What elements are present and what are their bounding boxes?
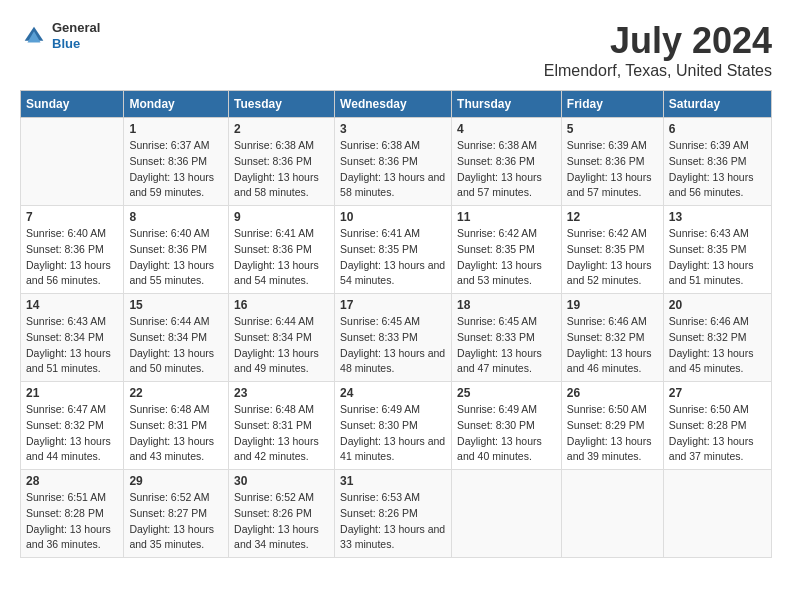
calendar-cell [452,470,562,558]
day-info-line: Sunset: 8:36 PM [669,154,766,170]
day-info: Sunrise: 6:46 AMSunset: 8:32 PMDaylight:… [669,314,766,377]
day-number: 1 [129,122,223,136]
day-info: Sunrise: 6:38 AMSunset: 8:36 PMDaylight:… [234,138,329,201]
day-info-line: Sunset: 8:36 PM [340,154,446,170]
calendar-cell: 1Sunrise: 6:37 AMSunset: 8:36 PMDaylight… [124,118,229,206]
week-row-1: 1Sunrise: 6:37 AMSunset: 8:36 PMDaylight… [21,118,772,206]
calendar-cell: 28Sunrise: 6:51 AMSunset: 8:28 PMDayligh… [21,470,124,558]
day-info-line: Sunrise: 6:43 AM [669,226,766,242]
day-info-line: Sunset: 8:35 PM [457,242,556,258]
day-number: 31 [340,474,446,488]
day-info-line: Sunrise: 6:44 AM [234,314,329,330]
calendar-cell: 16Sunrise: 6:44 AMSunset: 8:34 PMDayligh… [229,294,335,382]
day-info-line: Sunset: 8:36 PM [234,242,329,258]
day-info: Sunrise: 6:48 AMSunset: 8:31 PMDaylight:… [234,402,329,465]
day-info-line: Daylight: 13 hours and 56 minutes. [26,258,118,290]
day-info-line: Daylight: 13 hours and 42 minutes. [234,434,329,466]
day-number: 26 [567,386,658,400]
calendar-cell [561,470,663,558]
day-info-line: Daylight: 13 hours and 34 minutes. [234,522,329,554]
day-info-line: Sunset: 8:32 PM [26,418,118,434]
day-info-line: Sunrise: 6:40 AM [129,226,223,242]
day-info-line: Sunset: 8:26 PM [234,506,329,522]
day-info-line: Daylight: 13 hours and 43 minutes. [129,434,223,466]
day-number: 9 [234,210,329,224]
day-number: 8 [129,210,223,224]
day-number: 12 [567,210,658,224]
day-info-line: Sunrise: 6:50 AM [567,402,658,418]
day-info-line: Sunset: 8:26 PM [340,506,446,522]
day-info: Sunrise: 6:43 AMSunset: 8:34 PMDaylight:… [26,314,118,377]
day-info-line: Sunrise: 6:46 AM [567,314,658,330]
day-number: 11 [457,210,556,224]
calendar-cell: 24Sunrise: 6:49 AMSunset: 8:30 PMDayligh… [335,382,452,470]
day-info-line: Sunset: 8:36 PM [26,242,118,258]
day-info-line: Sunset: 8:35 PM [567,242,658,258]
day-info-line: Sunrise: 6:50 AM [669,402,766,418]
day-info-line: Sunrise: 6:47 AM [26,402,118,418]
calendar-cell: 15Sunrise: 6:44 AMSunset: 8:34 PMDayligh… [124,294,229,382]
day-info: Sunrise: 6:38 AMSunset: 8:36 PMDaylight:… [340,138,446,201]
day-info: Sunrise: 6:46 AMSunset: 8:32 PMDaylight:… [567,314,658,377]
day-info: Sunrise: 6:53 AMSunset: 8:26 PMDaylight:… [340,490,446,553]
page-subtitle: Elmendorf, Texas, United States [544,62,772,80]
day-info: Sunrise: 6:51 AMSunset: 8:28 PMDaylight:… [26,490,118,553]
day-number: 14 [26,298,118,312]
calendar-cell: 31Sunrise: 6:53 AMSunset: 8:26 PMDayligh… [335,470,452,558]
day-info: Sunrise: 6:37 AMSunset: 8:36 PMDaylight:… [129,138,223,201]
day-info-line: Sunset: 8:27 PM [129,506,223,522]
day-info-line: Sunrise: 6:52 AM [129,490,223,506]
calendar-cell: 4Sunrise: 6:38 AMSunset: 8:36 PMDaylight… [452,118,562,206]
calendar-cell: 8Sunrise: 6:40 AMSunset: 8:36 PMDaylight… [124,206,229,294]
col-header-friday: Friday [561,91,663,118]
day-info-line: Daylight: 13 hours and 53 minutes. [457,258,556,290]
calendar-cell: 6Sunrise: 6:39 AMSunset: 8:36 PMDaylight… [663,118,771,206]
day-info-line: Daylight: 13 hours and 51 minutes. [669,258,766,290]
calendar-cell: 9Sunrise: 6:41 AMSunset: 8:36 PMDaylight… [229,206,335,294]
day-info-line: Sunrise: 6:43 AM [26,314,118,330]
day-info: Sunrise: 6:52 AMSunset: 8:26 PMDaylight:… [234,490,329,553]
day-number: 2 [234,122,329,136]
day-info-line: Daylight: 13 hours and 41 minutes. [340,434,446,466]
day-info-line: Daylight: 13 hours and 40 minutes. [457,434,556,466]
day-info: Sunrise: 6:45 AMSunset: 8:33 PMDaylight:… [457,314,556,377]
day-number: 25 [457,386,556,400]
calendar-cell: 23Sunrise: 6:48 AMSunset: 8:31 PMDayligh… [229,382,335,470]
day-info-line: Daylight: 13 hours and 36 minutes. [26,522,118,554]
day-info-line: Daylight: 13 hours and 54 minutes. [340,258,446,290]
day-info-line: Sunrise: 6:53 AM [340,490,446,506]
calendar-cell: 20Sunrise: 6:46 AMSunset: 8:32 PMDayligh… [663,294,771,382]
day-info-line: Daylight: 13 hours and 35 minutes. [129,522,223,554]
day-info-line: Daylight: 13 hours and 52 minutes. [567,258,658,290]
day-info-line: Sunset: 8:29 PM [567,418,658,434]
day-info-line: Sunrise: 6:44 AM [129,314,223,330]
day-info-line: Sunset: 8:36 PM [567,154,658,170]
col-header-monday: Monday [124,91,229,118]
col-header-thursday: Thursday [452,91,562,118]
day-info: Sunrise: 6:45 AMSunset: 8:33 PMDaylight:… [340,314,446,377]
day-info-line: Sunset: 8:33 PM [340,330,446,346]
calendar-cell: 14Sunrise: 6:43 AMSunset: 8:34 PMDayligh… [21,294,124,382]
day-info-line: Sunrise: 6:52 AM [234,490,329,506]
day-info: Sunrise: 6:44 AMSunset: 8:34 PMDaylight:… [129,314,223,377]
calendar-cell: 7Sunrise: 6:40 AMSunset: 8:36 PMDaylight… [21,206,124,294]
day-info-line: Sunrise: 6:38 AM [234,138,329,154]
day-info: Sunrise: 6:50 AMSunset: 8:29 PMDaylight:… [567,402,658,465]
day-info-line: Daylight: 13 hours and 39 minutes. [567,434,658,466]
day-info-line: Daylight: 13 hours and 45 minutes. [669,346,766,378]
logo-general: General [52,20,100,36]
day-info: Sunrise: 6:40 AMSunset: 8:36 PMDaylight:… [26,226,118,289]
day-info: Sunrise: 6:44 AMSunset: 8:34 PMDaylight:… [234,314,329,377]
day-number: 3 [340,122,446,136]
calendar-cell: 11Sunrise: 6:42 AMSunset: 8:35 PMDayligh… [452,206,562,294]
day-info: Sunrise: 6:48 AMSunset: 8:31 PMDaylight:… [129,402,223,465]
day-info-line: Sunset: 8:36 PM [234,154,329,170]
day-number: 7 [26,210,118,224]
logo-text: General Blue [52,20,100,51]
day-info-line: Daylight: 13 hours and 33 minutes. [340,522,446,554]
day-number: 20 [669,298,766,312]
week-row-4: 21Sunrise: 6:47 AMSunset: 8:32 PMDayligh… [21,382,772,470]
day-info: Sunrise: 6:52 AMSunset: 8:27 PMDaylight:… [129,490,223,553]
day-info-line: Sunrise: 6:46 AM [669,314,766,330]
calendar-table: SundayMondayTuesdayWednesdayThursdayFrid… [20,90,772,558]
